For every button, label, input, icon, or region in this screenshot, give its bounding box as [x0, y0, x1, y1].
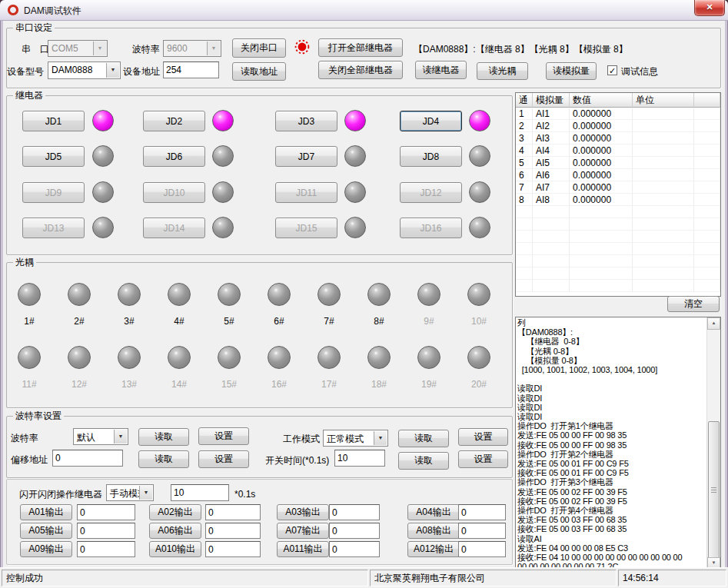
analog-table-row: [516, 255, 720, 267]
ao-output-button-1[interactable]: A01输出: [20, 504, 72, 520]
read-analog-button[interactable]: 读模拟量: [546, 62, 597, 80]
analog-table-cell: [633, 231, 694, 243]
log-scrollbar[interactable]: ▲ ▼: [706, 317, 720, 570]
ao-output-button-3[interactable]: A03输出: [277, 504, 329, 520]
ao-value-input-3[interactable]: [329, 504, 380, 520]
ao-value-input-11[interactable]: [329, 541, 380, 557]
ao-output-button-8[interactable]: A08输出: [407, 523, 460, 539]
analog-table-row[interactable]: 4AI40.000000: [516, 145, 720, 157]
analog-table-row[interactable]: 3AI30.000000: [516, 132, 720, 145]
ao-value-input-10[interactable]: [205, 541, 261, 557]
work-mode-combo[interactable]: 正常模式 ▼: [323, 430, 388, 447]
debug-info-checkbox[interactable]: ✓: [607, 65, 617, 75]
scroll-down-icon: ▼: [712, 560, 716, 565]
relay-button-jd6[interactable]: JD6: [143, 146, 205, 167]
scroll-up-button[interactable]: ▲: [707, 317, 720, 330]
ao-value-input-12[interactable]: [458, 541, 506, 557]
relay-light-jd14: [212, 217, 234, 238]
ao-output-button-12[interactable]: A012输出: [407, 541, 460, 557]
relay-light-jd2: [212, 110, 234, 131]
analog-table-row[interactable]: 1AI10.000000: [516, 108, 720, 120]
ao-value-input-9[interactable]: [77, 541, 135, 557]
opto-light-10: [467, 283, 490, 306]
analog-table[interactable]: 通模拟量数值单位1AI10.0000002AI20.0000003AI30.00…: [515, 92, 721, 297]
device-model-combo[interactable]: DAM0888 ▼: [48, 61, 121, 79]
analog-table-cell: [694, 145, 720, 157]
analog-table-header-cell[interactable]: 模拟量: [533, 93, 570, 108]
analog-table-cell: 7: [516, 181, 533, 194]
read-opto-button[interactable]: 读光耦: [477, 62, 528, 80]
read-relays-button[interactable]: 读继电器: [415, 61, 467, 79]
work-mode-set-button[interactable]: 设置: [458, 428, 508, 446]
close-port-button[interactable]: 关闭串口: [232, 38, 286, 58]
close-all-relays-button[interactable]: 关闭全部继电器: [318, 61, 403, 79]
baud-read-button[interactable]: 读取: [138, 428, 189, 446]
relay-button-jd14: JD14: [143, 218, 205, 238]
ao-value-input-2[interactable]: [205, 504, 261, 520]
switch-time-read-button[interactable]: 读取: [398, 452, 449, 470]
switch-time-set-button[interactable]: 设置: [458, 450, 508, 468]
analog-table-row[interactable]: 7AI70.000000: [516, 181, 720, 194]
log-panel[interactable]: 列 【DAM0888】: 【继电器 0-8】 【光耦 0-8】 【模拟量 0-8…: [515, 317, 721, 570]
title-bar[interactable]: DAM调试软件 ✕: [0, 0, 728, 21]
port-value: COM5: [52, 43, 78, 54]
analog-table-cell: [533, 280, 570, 292]
relay-button-jd2[interactable]: JD2: [143, 111, 205, 131]
relay-button-jd7[interactable]: JD7: [275, 146, 337, 167]
ao-output-button-5[interactable]: A05输出: [20, 523, 72, 539]
relay-button-jd1[interactable]: JD1: [22, 111, 85, 131]
close-button[interactable]: ✕: [694, 0, 725, 16]
baud-set-button[interactable]: 设置: [198, 427, 249, 445]
scrollbar-thumb[interactable]: [708, 421, 720, 559]
work-mode-read-button[interactable]: 读取: [398, 430, 449, 447]
flash-time-input[interactable]: [171, 484, 229, 501]
ao-value-input-5[interactable]: [77, 523, 135, 539]
ao-value-input-4[interactable]: [458, 504, 506, 520]
ao-output-button-10[interactable]: A010输出: [149, 541, 201, 557]
offset-set-button[interactable]: 设置: [198, 450, 249, 468]
ao-output-button-7[interactable]: A07输出: [277, 523, 329, 539]
analog-table-header-cell[interactable]: [694, 93, 720, 108]
opto-label-10: 10#: [460, 316, 498, 327]
relay-button-jd3[interactable]: JD3: [275, 111, 337, 131]
analog-table-header-cell[interactable]: 数值: [570, 93, 633, 108]
switch-time-input[interactable]: [334, 450, 385, 467]
open-all-relays-button[interactable]: 打开全部继电器: [318, 38, 403, 57]
analog-table-cell: AI6: [533, 169, 570, 181]
device-address-input[interactable]: [163, 61, 219, 78]
opto-light-6: [268, 283, 291, 306]
ao-output-button-2[interactable]: A02输出: [149, 504, 201, 520]
analog-table-cell: [516, 280, 533, 292]
ao-value-input-6[interactable]: [205, 523, 261, 539]
offset-address-input[interactable]: [52, 450, 123, 467]
analog-table-row[interactable]: 2AI20.000000: [516, 120, 720, 132]
analog-table-row[interactable]: 8AI80.000000: [516, 194, 720, 206]
window-title: DAM调试软件: [24, 5, 81, 18]
serial-settings-group: 串口设定: [6, 28, 721, 88]
relay-button-jd5[interactable]: JD5: [22, 146, 85, 167]
analog-table-row: [516, 243, 720, 255]
relay-button-jd4[interactable]: JD4: [400, 111, 462, 131]
read-address-button[interactable]: 读取地址: [232, 62, 286, 81]
analog-table-header-cell[interactable]: 通: [516, 93, 533, 108]
ao-value-input-8[interactable]: [458, 523, 506, 539]
ao-output-button-6[interactable]: A06输出: [149, 523, 201, 539]
offset-read-button[interactable]: 读取: [138, 450, 189, 468]
opto-light-17: [317, 346, 341, 369]
ao-value-input-1[interactable]: [77, 504, 135, 520]
relay-light-jd5: [92, 145, 114, 167]
ao-output-button-9[interactable]: A09输出: [20, 541, 72, 557]
analog-table-header-cell[interactable]: 单位: [633, 93, 694, 108]
baud-combo[interactable]: 默认 ▼: [73, 428, 128, 445]
relay-light-jd12: [469, 181, 490, 203]
relay-button-jd8[interactable]: JD8: [400, 146, 462, 167]
analog-table-cell: 0.000000: [570, 157, 633, 169]
analog-table-row[interactable]: 6AI60.000000: [516, 169, 720, 181]
analog-table-row[interactable]: 5AI50.000000: [516, 157, 720, 169]
ao-value-input-7[interactable]: [329, 523, 380, 539]
ao-output-button-11[interactable]: A011输出: [277, 541, 329, 557]
clear-log-button[interactable]: 清空: [667, 296, 720, 312]
app-logo-icon: [7, 4, 19, 16]
flash-mode-combo[interactable]: 手动模式 ▼: [106, 484, 154, 501]
ao-output-button-4[interactable]: A04输出: [407, 504, 460, 520]
